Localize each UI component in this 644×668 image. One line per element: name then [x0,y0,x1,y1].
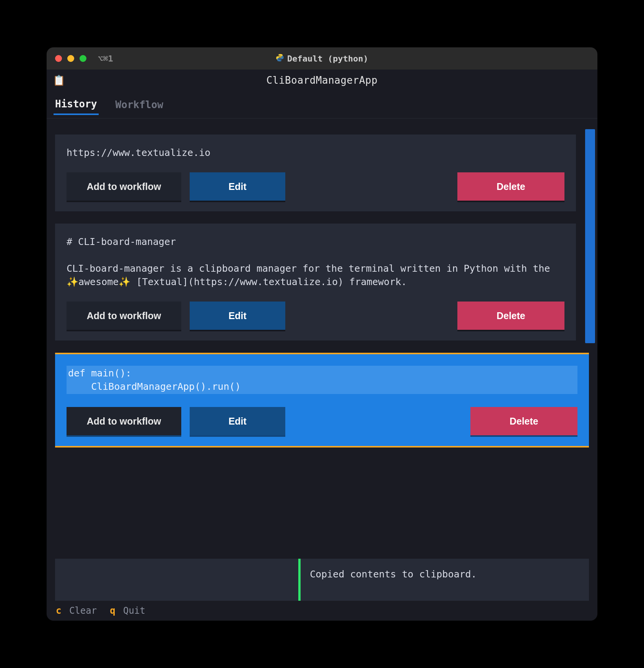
delete-button[interactable]: Delete [457,172,564,201]
edit-button[interactable]: Edit [190,407,285,435]
history-list: https://www.textualize.io Add to workflo… [55,135,589,601]
scrollbar-thumb[interactable] [585,129,595,343]
history-item-text: def main(): CliBoardManagerApp().run() [67,366,577,394]
history-item-text: https://www.textualize.io [67,146,564,159]
history-panel: https://www.textualize.io Add to workflo… [47,118,597,601]
history-item-actions: Add to workflow Edit Delete [67,172,564,201]
clipboard-icon: 📋 [53,75,65,86]
add-to-workflow-button[interactable]: Add to workflow [67,302,181,330]
status-bar: Copied contents to clipboard. [55,559,589,601]
tab-label: Workflow [115,99,163,110]
key-label: Quit [123,605,145,616]
delete-button[interactable]: Delete [470,407,577,435]
window-title-text: Default (python) [287,54,368,63]
tab-workflow[interactable]: Workflow [114,95,165,114]
add-to-workflow-button[interactable]: Add to workflow [67,172,181,201]
macos-titlebar: ⌥⌘1 Default (python) [47,47,597,70]
app-title: CliBoardManagerApp [267,75,378,86]
edit-button[interactable]: Edit [190,172,285,201]
edit-button[interactable]: Edit [190,302,285,330]
history-item-text: # CLI-board-manager CLI-board-manager is… [67,235,564,289]
key-q: q [110,605,115,616]
footer-keybar: c Clear q Quit [47,601,597,621]
key-label: Clear [69,605,97,616]
terminal-window: ⌥⌘1 Default (python) 📋 CliBoardManagerAp… [47,47,597,621]
toast-message: Copied contents to clipboard. [301,559,589,601]
history-item[interactable]: https://www.textualize.io Add to workflo… [55,135,576,211]
history-item-selected[interactable]: def main(): CliBoardManagerApp().run() A… [55,353,589,447]
history-item-actions: Add to workflow Edit Delete [67,302,564,330]
window-title: Default (python) [47,54,597,64]
key-c: c [56,605,61,616]
add-to-workflow-button[interactable]: Add to workflow [67,407,181,435]
python-icon [276,54,284,64]
status-left-pane [55,559,301,601]
tab-history[interactable]: History [54,94,99,115]
app-header: 📋 CliBoardManagerApp [47,70,597,91]
tab-bar: History Workflow [47,91,597,118]
footer-key-quit[interactable]: q Quit [110,605,145,616]
history-item[interactable]: # CLI-board-manager CLI-board-manager is… [55,224,576,340]
delete-button[interactable]: Delete [457,302,564,330]
footer-key-clear[interactable]: c Clear [56,605,97,616]
history-item-code: def main(): CliBoardManagerApp().run() [68,366,576,393]
tab-label: History [55,98,97,110]
history-item-actions: Add to workflow Edit Delete [67,407,577,435]
